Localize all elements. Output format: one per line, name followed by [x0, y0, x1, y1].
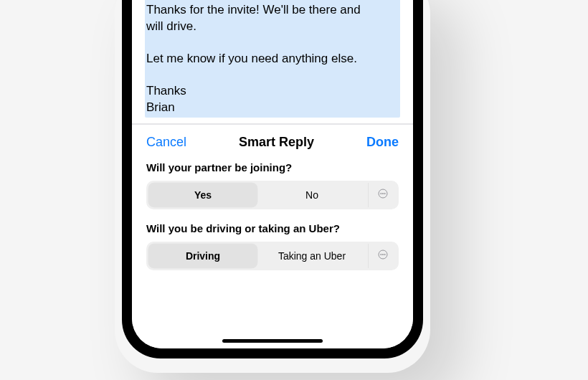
- email-line: will drive.: [146, 19, 396, 35]
- phone-screen: Hi Jasmine Thanks for the invite! We'll …: [132, 0, 413, 348]
- option-driving[interactable]: Driving: [148, 244, 257, 268]
- question-label: Will your partner be joining?: [146, 161, 399, 174]
- question-partner-joining: Will your partner be joining? Yes No: [146, 161, 399, 209]
- svg-point-6: [382, 254, 383, 255]
- svg-point-7: [384, 254, 385, 255]
- email-line: Let me know if you need anything else.: [146, 51, 396, 67]
- email-compose-area[interactable]: Hi Jasmine Thanks for the invite! We'll …: [132, 0, 413, 124]
- question-driving-uber: Will you be driving or taking an Uber? D…: [146, 222, 399, 270]
- email-line: Thanks for the invite! We'll be there an…: [146, 2, 396, 19]
- svg-point-5: [380, 254, 381, 255]
- option-yes[interactable]: Yes: [148, 183, 257, 207]
- email-body-selection[interactable]: Hi Jasmine Thanks for the invite! We'll …: [145, 0, 400, 118]
- email-sender-name: Brian: [146, 100, 396, 116]
- cancel-button[interactable]: Cancel: [146, 135, 186, 150]
- question-label: Will you be driving or taking an Uber?: [146, 222, 399, 234]
- option-no[interactable]: No: [257, 183, 366, 207]
- home-indicator[interactable]: [222, 339, 323, 343]
- sheet-header: Cancel Smart Reply Done: [132, 125, 413, 160]
- ellipsis-icon: [377, 188, 389, 202]
- email-signoff: Thanks: [146, 83, 396, 100]
- segmented-control: Yes No: [146, 181, 399, 209]
- more-options-button[interactable]: [368, 244, 397, 268]
- ellipsis-icon: [377, 249, 389, 263]
- done-button[interactable]: Done: [366, 135, 399, 150]
- questions-container: Will your partner be joining? Yes No: [132, 160, 413, 283]
- svg-point-1: [380, 193, 381, 194]
- sheet-title: Smart Reply: [239, 135, 314, 150]
- svg-point-3: [384, 193, 385, 194]
- option-taking-uber[interactable]: Taking an Uber: [257, 244, 366, 268]
- segmented-control: Driving Taking an Uber: [146, 242, 399, 270]
- smart-reply-sheet: Cancel Smart Reply Done Will your partne…: [132, 124, 413, 348]
- phone-frame: Hi Jasmine Thanks for the invite! We'll …: [122, 0, 423, 358]
- svg-point-2: [382, 193, 383, 194]
- more-options-button[interactable]: [368, 183, 397, 207]
